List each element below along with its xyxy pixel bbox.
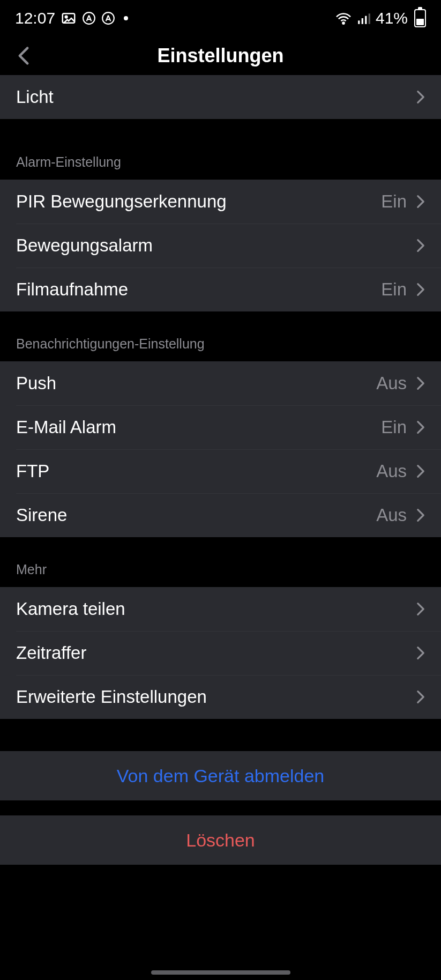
status-time: 12:07 [15, 9, 55, 27]
status-battery-text: 41% [376, 9, 408, 27]
svg-rect-6 [362, 18, 363, 24]
row-advanced-settings[interactable]: Erweiterte Einstellungen [0, 675, 441, 719]
chevron-right-icon [416, 90, 425, 104]
row-value: Ein [381, 191, 407, 212]
row-email-alarm[interactable]: E-Mail Alarm Ein [0, 405, 441, 449]
svg-rect-8 [369, 13, 370, 24]
logout-button[interactable]: Von dem Gerät abmelden [0, 751, 441, 800]
row-push[interactable]: Push Aus [0, 361, 441, 405]
circle-a2-icon [101, 11, 115, 25]
back-button[interactable] [13, 45, 34, 66]
page-title: Einstellungen [157, 44, 283, 67]
row-pir[interactable]: PIR Bewegungserkennung Ein [0, 180, 441, 224]
chevron-right-icon [416, 283, 425, 296]
svg-point-1 [65, 16, 68, 18]
circle-a-icon [82, 11, 96, 25]
svg-point-2 [83, 12, 95, 24]
signal-icon [356, 11, 371, 25]
row-value: Aus [376, 461, 407, 481]
row-label: Sirene [16, 505, 376, 525]
picture-icon [61, 10, 77, 26]
row-value: Ein [381, 279, 407, 300]
row-timelapse[interactable]: Zeitraffer [0, 631, 441, 675]
svg-point-3 [102, 12, 114, 24]
chevron-right-icon [416, 690, 425, 704]
row-label: Zeitraffer [16, 643, 416, 663]
chevron-right-icon [416, 376, 425, 390]
app-header: Einstellungen [0, 36, 441, 75]
row-label: Kamera teilen [16, 599, 416, 619]
row-ftp[interactable]: FTP Aus [0, 449, 441, 493]
row-value: Ein [381, 417, 407, 437]
chevron-right-icon [416, 239, 425, 253]
row-share-camera[interactable]: Kamera teilen [0, 587, 441, 631]
svg-rect-7 [365, 16, 367, 24]
row-label: Push [16, 373, 376, 394]
home-indicator[interactable] [0, 970, 441, 975]
section-header-alarm: Alarm-Einstellung [0, 119, 441, 180]
row-siren[interactable]: Sirene Aus [0, 493, 441, 537]
section-header-more: Mehr [0, 537, 441, 587]
row-light[interactable]: Licht [0, 75, 441, 119]
svg-rect-5 [358, 20, 360, 24]
chevron-right-icon [416, 602, 425, 616]
row-label: PIR Bewegungserkennung [16, 191, 381, 212]
row-label: Bewegungsalarm [16, 235, 416, 256]
chevron-right-icon [416, 420, 425, 434]
chevron-right-icon [416, 464, 425, 478]
row-value: Aus [376, 373, 407, 394]
delete-button[interactable]: Löschen [0, 815, 441, 865]
row-label: Licht [16, 87, 416, 107]
row-label: E-Mail Alarm [16, 417, 381, 437]
section-header-notifications: Benachrichtigungen-Einstellung [0, 311, 441, 361]
status-dot-icon [124, 16, 128, 20]
status-bar: 12:07 41% [0, 0, 441, 36]
row-label: Filmaufnahme [16, 279, 381, 300]
battery-icon [414, 9, 426, 27]
row-motion-alarm[interactable]: Bewegungsalarm [0, 224, 441, 268]
row-label: FTP [16, 461, 376, 481]
row-value: Aus [376, 505, 407, 525]
svg-point-4 [342, 23, 344, 24]
row-label: Erweiterte Einstellungen [16, 687, 416, 707]
chevron-right-icon [416, 195, 425, 209]
wifi-icon [335, 11, 352, 25]
chevron-right-icon [416, 646, 425, 660]
row-recording[interactable]: Filmaufnahme Ein [0, 268, 441, 311]
chevron-right-icon [416, 508, 425, 522]
